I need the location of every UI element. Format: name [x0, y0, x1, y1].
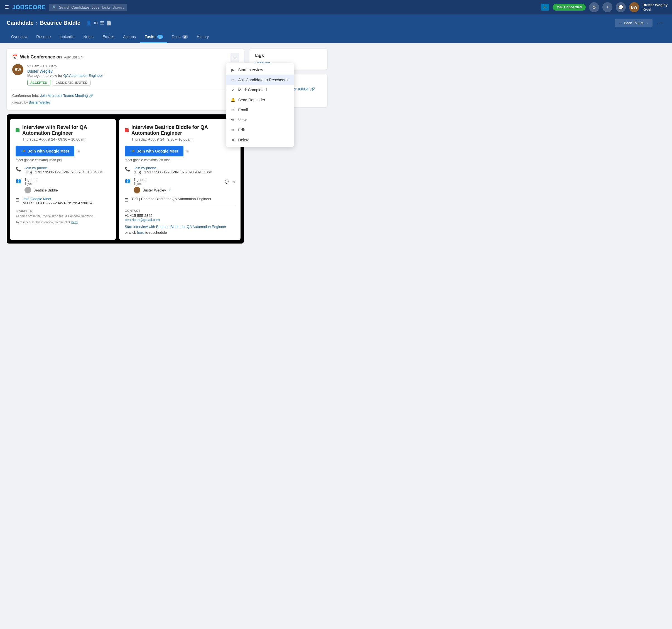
envelope-icon: ✉ — [231, 108, 236, 112]
tab-actions[interactable]: Actions — [119, 31, 140, 43]
event-role: Manager Interview for QA Automation Engi… — [27, 73, 238, 78]
right-arrow-icon: → — [645, 21, 649, 25]
tab-overview[interactable]: Overview — [7, 31, 32, 43]
copy-icon-left[interactable]: ⎘ — [77, 149, 79, 153]
breadcrumb-actions: ← Back To List → ⋯ — [615, 18, 665, 27]
settings-icon-btn[interactable]: ⚙ — [589, 2, 599, 12]
trash-icon: ✕ — [231, 138, 236, 142]
breadcrumb-parent[interactable]: Candidate — [7, 20, 34, 26]
tab-linkedin[interactable]: LinkedIn — [55, 31, 79, 43]
meet-right-title: Interview Beatrice Biddle for QA Automat… — [131, 124, 235, 136]
back-to-list-button[interactable]: ← Back To List → — [615, 19, 652, 27]
meet-card-right: Interview Beatrice Biddle for QA Automat… — [119, 119, 241, 240]
tab-docs[interactable]: Docs 2 — [167, 31, 192, 43]
event-info: 9:30am - 10:00am Buster Wegley Manager I… — [27, 64, 238, 86]
green-dot — [16, 128, 20, 132]
left-panel: ⋯ 📅 Web Conference on August 24 BW 9:30a… — [7, 49, 244, 244]
task-options-button[interactable]: ⋯ — [231, 53, 239, 62]
meet-right-join-row: Join with Google Meet ⎘ — [125, 146, 235, 156]
add-icon-btn[interactable]: + — [602, 2, 613, 12]
search-bar[interactable]: 🔍 — [49, 4, 127, 11]
people-icon-left: 👥 — [16, 178, 21, 184]
tab-notes[interactable]: Notes — [79, 31, 98, 43]
meet-card-left: Interview with Revel for QA Automation E… — [10, 119, 116, 240]
left-arrow-icon: ← — [619, 21, 622, 25]
guest-name-left: Beatrice Biddle — [24, 187, 57, 193]
linkedin-icon[interactable]: in — [94, 20, 98, 26]
document-icon[interactable]: 📄 — [106, 20, 112, 26]
join-google-meet-button-left[interactable]: Join with Google Meet — [16, 146, 74, 156]
mail-icon-right[interactable]: ✉ — [232, 179, 235, 184]
onboarded-badge: 75% Onboarded — [553, 4, 586, 10]
dropdown-start-interview[interactable]: ▶ Start Interview — [226, 65, 294, 75]
search-input[interactable] — [59, 5, 124, 9]
dropdown-email[interactable]: ✉ Email — [226, 105, 294, 115]
top-navigation: ☰ JOBSCORE 🔍 in 75% Onboarded ⚙ + 💬 BW B… — [0, 0, 672, 15]
dropdown-edit[interactable]: ✏ Edit — [226, 125, 294, 135]
event-time: 9:30am - 10:00am — [27, 64, 238, 68]
contact-section-right: CONTACT +1 415-555-2345 beatriceb@gmail.… — [125, 206, 235, 235]
tab-emails[interactable]: Emails — [98, 31, 119, 43]
event-person[interactable]: Buster Wegley — [27, 69, 238, 73]
join-by-phone-link-left[interactable]: Join by phone — [24, 166, 47, 170]
phone-icon-left: 📞 — [16, 166, 21, 172]
tags-title: Tags — [254, 53, 323, 58]
linkedin-button[interactable]: in — [541, 4, 549, 10]
main-content: ⋯ 📅 Web Conference on August 24 BW 9:30a… — [0, 43, 334, 249]
join-by-phone-link-right[interactable]: Join by phone — [134, 166, 156, 170]
hamburger-icon[interactable]: ☰ — [4, 4, 9, 10]
created-by: created by Buster Wegley — [12, 100, 238, 104]
reschedule-link-right[interactable]: here — [137, 231, 144, 235]
dropdown-send-reminder[interactable]: 🔔 Send Reminder — [226, 95, 294, 105]
chat-icon-right[interactable]: 💬 — [225, 179, 230, 184]
tab-tasks[interactable]: Tasks 1 — [140, 31, 167, 43]
tab-history[interactable]: History — [192, 31, 214, 43]
guest-avatar-left — [24, 187, 31, 193]
dropdown-mark-completed[interactable]: ✓ Mark Completed — [226, 85, 294, 95]
dropdown-menu: ▶ Start Interview ✉ Ask Candidate to Res… — [226, 63, 294, 147]
verified-icon-right: ✓ — [168, 188, 171, 192]
contact-email-right[interactable]: beatriceb@gmail.com — [125, 218, 160, 222]
person-icon[interactable]: 👤 — [86, 20, 92, 26]
notes-icon-left: ☰ — [16, 197, 20, 202]
more-options-button[interactable]: ⋯ — [655, 18, 665, 27]
meet-left-schedule: SCHEDULE: All times are in the Pacific T… — [16, 209, 110, 225]
meet-right-phone-row: 📞 Join by phone (US) +1 917 3500-1798 PI… — [125, 166, 235, 174]
guest-count-left: 1 guest — [24, 177, 57, 182]
breadcrumb-current: Beatrice Biddle — [40, 20, 80, 26]
meet-left-guests-row: 👥 1 guest 1:yes Beatrice Biddle — [16, 177, 110, 193]
reschedule-link-left[interactable]: here — [72, 220, 78, 224]
guest-avatar-right — [134, 187, 140, 193]
user-avatar[interactable]: BW — [629, 2, 639, 12]
dropdown-ask-reschedule[interactable]: ✉ Ask Candidate to Reschedule — [226, 75, 294, 85]
created-by-link[interactable]: Buster Wegley — [29, 100, 50, 104]
conference-link[interactable]: Join Microsoft Teams Meeting — [40, 94, 88, 98]
dropdown-view[interactable]: 👁 View — [226, 115, 294, 125]
join-google-meet-button-right[interactable]: Join with Google Meet — [125, 146, 184, 156]
meet-left-phone-row: 📞 Join by phone (US) +1 917 3500-1798 PI… — [16, 166, 110, 174]
external-link-icon: 🔗 — [310, 87, 315, 91]
invited-badge: CANDIDATE: INVITED — [53, 80, 91, 86]
messages-icon-btn[interactable]: 💬 — [616, 2, 626, 12]
role-link[interactable]: QA Automation Engineer — [63, 73, 103, 78]
tab-resume[interactable]: Resume — [32, 31, 55, 43]
guest-name-right: Buster Wegley ✓ — [134, 187, 235, 193]
play-icon: ▶ — [231, 68, 236, 72]
notes-text-right: Call | Beatrice Biddle for QA Automation… — [132, 197, 211, 201]
meet-left-title: Interview with Revel for QA Automation E… — [22, 124, 110, 136]
event-avatar: BW — [12, 64, 23, 75]
badges: ACCEPTED CANDIDATE: INVITED — [27, 80, 238, 86]
check-icon: ✓ — [231, 88, 236, 92]
calendar-icon: 📅 — [12, 54, 18, 59]
start-interview-link-right[interactable]: Start interview with Beatrice Biddle for… — [125, 225, 226, 229]
dropdown-delete[interactable]: ✕ Delete — [226, 135, 294, 145]
bell-icon: 🔔 — [231, 98, 236, 102]
event-row: BW 9:30am - 10:00am Buster Wegley Manage… — [12, 64, 238, 86]
breadcrumb-bar: Candidate › Beatrice Biddle 👤 in ☰ 📄 ← B… — [0, 15, 672, 31]
task-card-title: 📅 Web Conference on August 24 — [12, 54, 238, 59]
join-google-meet-link-left[interactable]: Join Google Meet — [23, 197, 51, 201]
tasks-badge: 1 — [157, 35, 163, 39]
list-icon[interactable]: ☰ — [100, 20, 104, 26]
copy-icon-right[interactable]: ⎘ — [186, 149, 189, 153]
email-icon: ✉ — [231, 78, 236, 82]
